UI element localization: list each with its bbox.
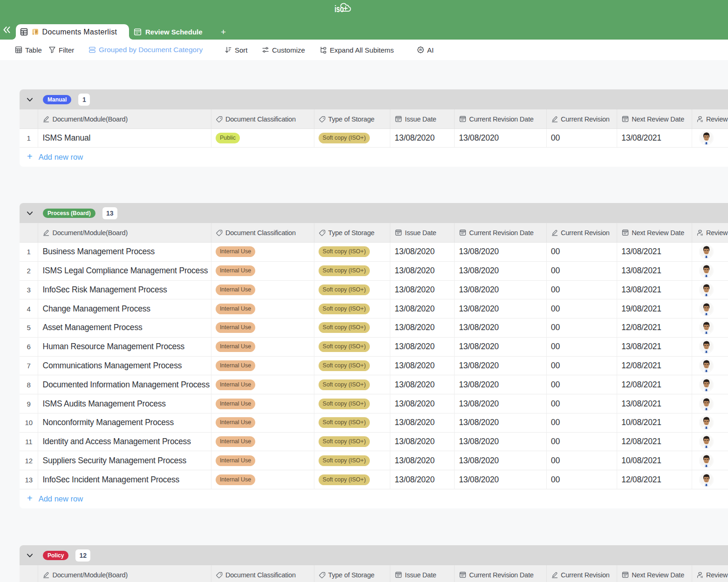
- svg-text:AI: AI: [419, 48, 422, 51]
- svg-text:iso: iso: [334, 3, 344, 14]
